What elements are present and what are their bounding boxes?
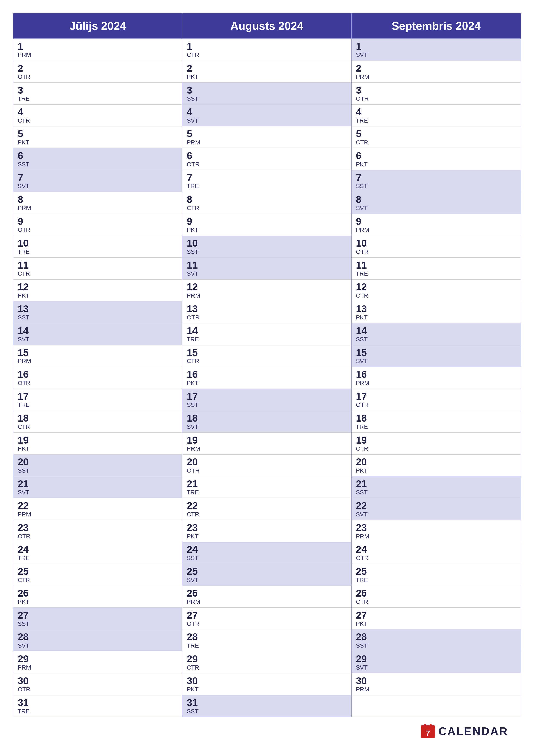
day-row: 21SVT [13,476,182,498]
day-row: 26CTR [352,586,521,608]
day-abbr: OTR [187,621,347,627]
day-number: 6 [18,150,178,161]
day-row: 28SVT [13,630,182,652]
day-abbr: CTR [356,599,516,606]
day-number: 19 [18,435,178,446]
day-abbr: SVT [18,489,178,496]
day-abbr: OTR [356,249,516,256]
day-abbr: SVT [356,511,516,518]
day-abbr: PRM [187,599,347,606]
day-number: 1 [356,41,516,52]
day-number: 20 [18,456,178,468]
day-row: 17TRE [13,389,182,411]
day-row: 29CTR [182,651,351,673]
day-row: 3OTR [352,83,521,104]
day-row: 13OTR [182,301,351,323]
day-number: 9 [187,216,347,227]
day-number: 13 [187,304,347,314]
day-number: 17 [18,391,178,402]
day-number: 22 [187,500,347,511]
day-number: 27 [187,610,347,621]
day-abbr: SST [356,489,516,496]
day-abbr: PKT [18,292,178,299]
day-abbr: OTR [18,686,178,693]
day-number: 16 [187,369,347,380]
day-abbr: OTR [356,555,516,562]
day-abbr: PKT [356,161,516,168]
day-abbr: OTR [18,380,178,387]
calendar-wrapper: Jūlijs 20241PRM2OTR3TRE4CTR5PKT6SST7SVT8… [0,0,534,756]
day-abbr: PRM [18,205,178,212]
calendar-grid: Jūlijs 20241PRM2OTR3TRE4CTR5PKT6SST7SVT8… [13,13,521,717]
day-row: 25SVT [182,564,351,586]
day-number: 29 [18,653,178,664]
day-abbr: TRE [187,336,347,343]
day-number: 23 [18,522,178,533]
day-number: 28 [356,632,516,642]
day-row: 9PKT [182,214,351,236]
month-column-2: Septembris 20241SVT2PRM3OTR4TRE5CTR6PKT7… [352,14,521,717]
day-abbr: CTR [356,139,516,146]
day-abbr: SST [187,402,347,408]
day-abbr: SST [187,555,347,562]
day-row: 21TRE [182,476,351,498]
day-row: 22CTR [182,498,351,520]
day-number: 1 [187,41,347,52]
day-row: 11TRE [352,257,521,280]
day-abbr: SVT [187,424,347,430]
day-abbr: SST [187,708,347,715]
day-row: 8SVT [352,192,521,214]
day-abbr: PKT [187,533,347,540]
day-abbr: SVT [187,270,347,277]
day-row: 7TRE [182,170,351,192]
day-abbr: OTR [356,95,516,102]
day-number: 27 [18,610,178,621]
day-abbr: PKT [18,599,178,606]
day-row: 4CTR [13,104,182,126]
day-abbr: SST [187,249,347,256]
day-row: 9OTR [13,214,182,236]
day-row: 23PKT [182,520,351,542]
day-number: 7 [356,172,516,183]
day-number: 11 [356,260,516,271]
day-number: 24 [356,544,516,555]
day-abbr: SVT [18,642,178,649]
day-number: 11 [18,260,178,271]
day-abbr: SST [18,161,178,168]
day-row: 1SVT [352,39,521,61]
day-row: 10OTR [352,236,521,258]
day-number: 29 [356,653,516,664]
day-abbr: SVT [356,205,516,212]
day-row: 26PRM [182,586,351,608]
svg-rect-4 [424,724,426,728]
day-abbr: SVT [18,183,178,190]
day-number: 17 [356,391,516,402]
day-row: 16OTR [13,367,182,389]
day-number: 3 [356,85,516,96]
day-number: 10 [18,238,178,249]
day-row: 15SVT [352,345,521,367]
calendar-logo-icon: 7 [420,724,435,739]
day-abbr: CTR [18,424,178,430]
day-abbr: PRM [18,52,178,58]
day-row: 20OTR [182,454,351,476]
day-number: 26 [187,588,347,599]
day-row: 2PKT [182,61,351,83]
day-row: 24SST [182,542,351,564]
day-number: 1 [18,41,178,52]
day-number: 19 [187,435,347,446]
day-row: 13SST [13,301,182,323]
day-abbr: SVT [356,664,516,671]
day-abbr: SST [18,468,178,474]
day-number: 24 [187,544,347,555]
day-abbr: PRM [18,664,178,671]
day-abbr: PKT [18,139,178,146]
day-number: 18 [187,413,347,424]
day-abbr: SVT [187,577,347,583]
day-row: 12CTR [352,280,521,302]
day-row: 11CTR [13,257,182,280]
day-number: 19 [356,435,516,446]
day-abbr: CTR [187,511,347,518]
day-number: 7 [187,172,347,183]
month-header-1: Augusts 2024 [182,14,351,39]
